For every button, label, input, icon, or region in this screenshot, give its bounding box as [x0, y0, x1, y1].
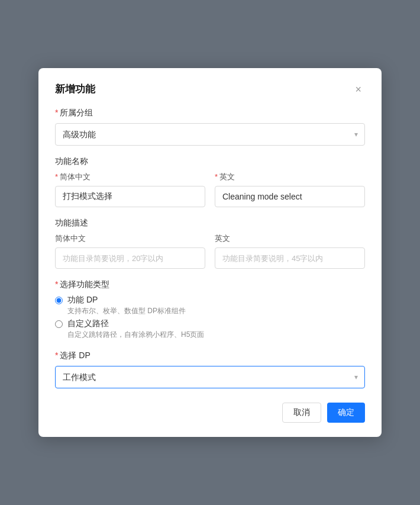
en-desc-col: 英文	[215, 233, 365, 269]
radio-dp-desc: 支持布尔、枚举、数值型 DP标准组件	[67, 306, 186, 316]
func-type-section: *选择功能类型 功能 DP 支持布尔、枚举、数值型 DP标准组件 自定义路径 自…	[55, 279, 365, 340]
cn-name-input[interactable]	[55, 186, 205, 207]
en-desc-input[interactable]	[215, 247, 365, 269]
modal-footer: 取消 确定	[55, 403, 365, 423]
dp-select[interactable]: 工作模式	[55, 366, 365, 388]
radio-custom-label: 自定义路径	[67, 319, 204, 329]
required-mark: *	[55, 108, 58, 117]
func-name-section: 功能名称 *简体中文 *英文	[55, 156, 365, 207]
func-desc-section: 功能描述 简体中文 英文	[55, 218, 365, 269]
en-required-mark: *	[215, 172, 218, 181]
group-label: *所属分组	[55, 108, 365, 118]
en-name-input[interactable]	[215, 186, 365, 207]
en-desc-label: 英文	[215, 233, 365, 244]
radio-custom[interactable]	[55, 320, 63, 328]
cn-desc-col: 简体中文	[55, 233, 205, 269]
cn-name-col: *简体中文	[55, 172, 205, 207]
cn-desc-label: 简体中文	[55, 233, 205, 244]
cn-label: *简体中文	[55, 172, 205, 182]
group-select-wrapper: 高级功能 ▾	[55, 123, 365, 146]
func-type-radio-group: 功能 DP 支持布尔、枚举、数值型 DP标准组件 自定义路径 自定义跳转路径，自…	[55, 295, 365, 340]
modal-dialog: 新增功能 × *所属分组 高级功能 ▾ 功能名称 *简体中文 *英文	[38, 68, 382, 437]
cn-desc-input[interactable]	[55, 247, 205, 269]
group-section: *所属分组 高级功能 ▾	[55, 108, 365, 146]
modal-title: 新增功能	[55, 82, 95, 96]
cn-required-mark: *	[55, 172, 58, 181]
radio-custom-content: 自定义路径 自定义跳转路径，自有涂鸦小程序、H5页面	[67, 319, 204, 340]
func-name-label: 功能名称	[55, 156, 365, 167]
dp-required-mark: *	[55, 350, 58, 360]
func-type-label: *选择功能类型	[55, 279, 365, 290]
radio-dp-label: 功能 DP	[67, 295, 186, 305]
radio-dp[interactable]	[55, 297, 63, 304]
type-required-mark: *	[55, 279, 58, 289]
radio-custom-desc: 自定义跳转路径，自有涂鸦小程序、H5页面	[67, 330, 204, 340]
modal-header: 新增功能 ×	[55, 82, 365, 96]
dp-label: *选择 DP	[55, 350, 365, 361]
en-name-col: *英文	[215, 172, 365, 207]
func-name-row: *简体中文 *英文	[55, 172, 365, 207]
func-desc-row: 简体中文 英文	[55, 233, 365, 269]
group-select[interactable]: 高级功能	[55, 123, 365, 146]
dp-select-wrapper: 工作模式 ▾	[55, 366, 365, 388]
func-desc-label: 功能描述	[55, 218, 365, 229]
radio-dp-content: 功能 DP 支持布尔、枚举、数值型 DP标准组件	[67, 295, 186, 316]
confirm-button[interactable]: 确定	[327, 403, 365, 423]
radio-item-custom[interactable]: 自定义路径 自定义跳转路径，自有涂鸦小程序、H5页面	[55, 319, 365, 340]
close-button[interactable]: ×	[351, 83, 365, 96]
en-label: *英文	[215, 172, 365, 182]
radio-item-dp[interactable]: 功能 DP 支持布尔、枚举、数值型 DP标准组件	[55, 295, 365, 316]
dp-section: *选择 DP 工作模式 ▾	[55, 350, 365, 388]
cancel-button[interactable]: 取消	[282, 403, 321, 423]
